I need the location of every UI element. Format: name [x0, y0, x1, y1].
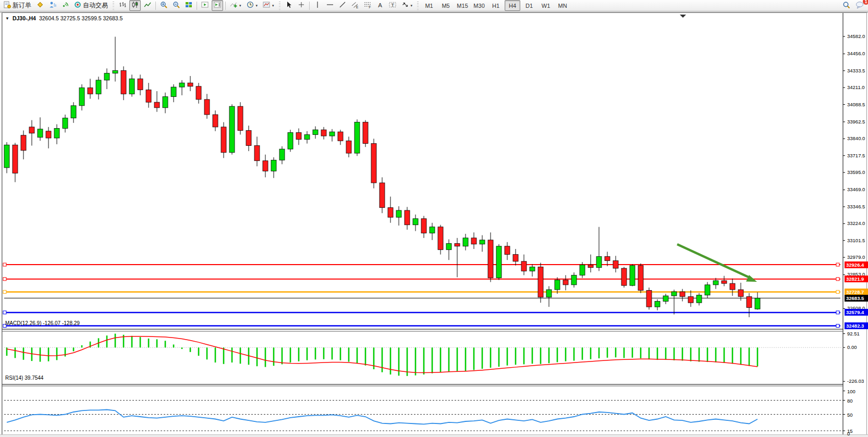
line-handle[interactable] — [3, 290, 6, 293]
timeframe-d1-button[interactable]: D1 — [521, 0, 537, 11]
chart-window[interactable]: ▼ DJ30-,H4 32604.5 32725.5 32599.5 32683… — [0, 12, 868, 434]
signals-button[interactable] — [59, 0, 71, 11]
rsi-scale-label: 80 — [847, 398, 853, 404]
toolbar-separator — [155, 2, 156, 10]
rsi-indicator-label: RSI(14) 39.7544 — [5, 375, 43, 381]
horizontal-line-icon — [326, 1, 334, 10]
line-handle[interactable] — [3, 278, 6, 281]
auto-scroll-button[interactable] — [199, 0, 211, 11]
trend-arrow-annotation[interactable] — [677, 244, 750, 278]
crosshair-button[interactable] — [296, 0, 307, 11]
line-handle[interactable] — [836, 311, 839, 314]
cursor-button[interactable] — [283, 0, 295, 11]
line-chart-icon — [144, 1, 151, 10]
svg-text:A: A — [378, 2, 382, 8]
chart-shift-button[interactable] — [212, 0, 223, 11]
arrows-icon — [401, 1, 409, 10]
toolbar-separator — [309, 2, 310, 10]
ohlc-values: 32604.5 32725.5 32599.5 32683.5 — [39, 15, 123, 21]
template-button[interactable]: ▾ — [261, 0, 276, 11]
trendline-icon — [339, 1, 346, 10]
price-tick-label: 33469.0 — [847, 186, 865, 192]
search-button[interactable] — [840, 0, 852, 11]
price-tag-32683.5: 32683.5 — [845, 295, 868, 302]
price-tick-label: 33840.0 — [847, 135, 865, 141]
price-tick-label: 34582.0 — [847, 33, 865, 39]
price-tag-32579.4: 32579.4 — [845, 309, 868, 316]
zoom-in-button[interactable] — [158, 0, 169, 11]
timeframe-m5-button[interactable]: M5 — [438, 0, 454, 11]
price-tick-label: 33595.0 — [847, 169, 865, 175]
horizontal-line-button[interactable] — [324, 0, 336, 11]
chart-shift-marker[interactable] — [680, 15, 686, 18]
autotrading-button[interactable]: 自动交易 — [72, 0, 110, 11]
label-button[interactable]: T — [387, 0, 398, 11]
symbol-dropdown-icon[interactable]: ▼ — [5, 16, 9, 21]
line-handle[interactable] — [836, 278, 839, 281]
price-tick-label: 34211.0 — [847, 84, 865, 90]
tile-windows-button[interactable] — [183, 0, 194, 11]
svg-text:T: T — [391, 2, 394, 8]
add-indicator-button[interactable]: ▾ — [228, 0, 243, 11]
line-handle[interactable] — [836, 263, 839, 266]
channel-button[interactable]: E — [349, 0, 361, 11]
template-icon — [263, 1, 270, 10]
trendline-button[interactable] — [337, 0, 348, 11]
timeframe-h4-button[interactable]: H4 — [505, 0, 520, 11]
auto-scroll-icon — [201, 1, 209, 10]
zoom-out-icon — [173, 1, 180, 10]
timeframe-h1-button[interactable]: H1 — [488, 0, 504, 11]
rsi-scale-label: 0 — [847, 431, 850, 436]
price-tick-label: 34456.0 — [847, 51, 865, 56]
toolbar-separator — [197, 2, 197, 10]
timeframe-w1-button[interactable]: W1 — [538, 0, 554, 11]
line-handle[interactable] — [836, 290, 839, 293]
vertical-line-icon — [314, 1, 321, 10]
rsi-scale-label: 50 — [847, 412, 853, 418]
new-order-button[interactable]: 新订单 — [2, 0, 33, 11]
cube-button[interactable] — [34, 0, 46, 11]
line-handle[interactable] — [3, 311, 6, 314]
profile-chart-button[interactable] — [47, 0, 58, 11]
new-order-label: 新订单 — [13, 1, 31, 10]
fibonacci-button[interactable]: F — [362, 0, 373, 11]
price-tick-label: 32979.0 — [847, 254, 865, 260]
window-bottom-strip — [0, 434, 868, 437]
text-icon: A — [376, 1, 384, 10]
chart-shift-icon — [214, 1, 221, 10]
vertical-line-button[interactable] — [312, 0, 323, 11]
macd-indicator-label: MACD(12,26,9) -126.07 -128.29 — [5, 320, 80, 326]
label-icon: T — [389, 1, 396, 10]
price-tick-label: 33101.5 — [847, 238, 865, 243]
arrows-button[interactable]: ▾ — [399, 0, 415, 11]
autotrading-icon — [74, 1, 81, 10]
price-tick-label: 34333.5 — [847, 68, 865, 73]
chevron-down-icon[interactable]: ▾ — [239, 4, 241, 8]
line-chart-button[interactable] — [142, 0, 153, 11]
timeframe-m15-button[interactable]: M15 — [455, 0, 470, 11]
toolbar-separator — [225, 2, 226, 10]
line-handle[interactable] — [836, 324, 839, 328]
chevron-down-icon[interactable]: ▾ — [411, 4, 413, 8]
zoom-out-button[interactable] — [170, 0, 182, 11]
bar-chart-button[interactable] — [117, 0, 128, 11]
timeframe-m1-button[interactable]: M1 — [421, 0, 437, 11]
svg-text:E: E — [356, 5, 359, 9]
timeframe-m30-button[interactable]: M30 — [471, 0, 487, 11]
period-clock-icon — [247, 1, 254, 10]
chart-plot-area[interactable] — [0, 13, 868, 437]
add-indicator-icon — [230, 1, 237, 10]
text-button[interactable]: A — [374, 0, 386, 11]
timeframe-mn-button[interactable]: MN — [555, 0, 570, 11]
chevron-down-icon[interactable]: ▾ — [272, 4, 274, 8]
chart-title[interactable]: ▼ DJ30-,H4 32604.5 32725.5 32599.5 32683… — [5, 15, 123, 21]
bar-chart-icon — [119, 1, 126, 10]
period-clock-button[interactable]: ▾ — [244, 0, 260, 11]
search-icon — [842, 1, 850, 10]
chat-button[interactable]: 1 — [853, 0, 866, 11]
candlestick-chart-button[interactable] — [129, 0, 141, 11]
chevron-down-icon[interactable]: ▾ — [256, 4, 258, 8]
line-handle[interactable] — [3, 263, 6, 266]
price-tag-32821.9: 32821.9 — [845, 276, 868, 282]
price-tick-label: 34088.5 — [847, 102, 865, 107]
